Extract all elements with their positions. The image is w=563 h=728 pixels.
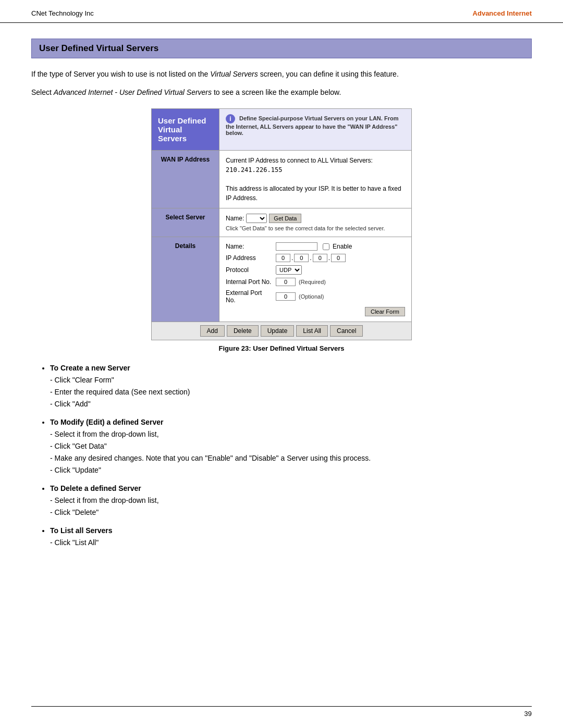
- list-step-1: - Click "List All": [50, 537, 532, 548]
- modify-step-3: - Make any desired changes. Note that yo…: [50, 453, 532, 464]
- create-step-1: - Click "Clear Form": [50, 375, 532, 386]
- protocol-label: Protocol: [226, 266, 273, 274]
- select-server-content: Name: Get Data Click "Get Data" to see t…: [219, 208, 412, 237]
- action-row: Add Delete Update List All Cancel: [152, 322, 412, 340]
- cancel-button[interactable]: Cancel: [330, 325, 363, 337]
- wan-ip-content: Current IP Address to connect to ALL Vir…: [219, 151, 412, 208]
- list-item-create: To Create a new Server - Click "Clear Fo…: [50, 363, 532, 410]
- server-name-select[interactable]: [246, 214, 267, 223]
- section-name: Advanced Internet: [473, 9, 532, 17]
- select-server-label: Select Server: [152, 208, 219, 237]
- delete-step-2: - Click "Delete": [50, 507, 532, 518]
- ui-header-left: User Defined Virtual Servers: [152, 109, 219, 151]
- name-label: Name:: [226, 215, 244, 222]
- page-number: 39: [524, 710, 532, 718]
- list-item-list: To List all Servers - Click "List All": [50, 525, 532, 548]
- page-footer: 39: [31, 706, 532, 718]
- body-paragraph-2: Select Advanced Internet - User Defined …: [31, 87, 532, 98]
- ui-header-row: User Defined Virtual Servers iDefine Spe…: [152, 109, 412, 151]
- details-name-input[interactable]: [276, 242, 317, 251]
- create-title: To Create a new Server: [50, 364, 130, 372]
- clear-form-button[interactable]: Clear Form: [365, 307, 405, 316]
- details-label: Details: [152, 237, 219, 322]
- body-paragraph-1: If the type of Server you wish to use is…: [31, 69, 532, 80]
- modify-title: To Modify (Edit) a defined Server: [50, 418, 164, 426]
- list-item-delete: To Delete a defined Server - Select it f…: [50, 483, 532, 518]
- ip-octet-1[interactable]: [276, 254, 290, 262]
- info-icon: i: [226, 114, 235, 124]
- wan-ip-label: WAN IP Address: [152, 151, 219, 208]
- section-title: User Defined Virtual Servers: [31, 39, 532, 58]
- list-item-modify: To Modify (Edit) a defined Server - Sele…: [50, 417, 532, 476]
- external-port-label: External Port No.: [226, 289, 273, 304]
- figure-container: User Defined Virtual Servers iDefine Spe…: [31, 108, 532, 352]
- enable-label: Enable: [333, 243, 352, 250]
- ui-table: User Defined Virtual Servers iDefine Spe…: [151, 108, 412, 340]
- required-text: (Required): [299, 279, 326, 285]
- delete-button[interactable]: Delete: [227, 325, 259, 337]
- external-port-input[interactable]: [276, 292, 296, 301]
- ui-header-right: iDefine Special-purpose Virtual Servers …: [219, 109, 412, 151]
- create-step-2: - Enter the required data (See next sect…: [50, 387, 532, 398]
- wan-ip-row: WAN IP Address Current IP Address to con…: [152, 151, 412, 208]
- ip-address-label: IP Address: [226, 254, 273, 262]
- enable-checkbox[interactable]: [323, 243, 329, 250]
- details-row: Details Name: Enable IP Address: [152, 237, 412, 322]
- action-buttons-row: Add Delete Update List All Cancel: [152, 322, 411, 340]
- ip-address: 210.241.226.155: [226, 166, 282, 174]
- list-title: To List all Servers: [50, 526, 113, 535]
- modify-step-1: - Select it from the drop-down list,: [50, 429, 532, 440]
- details-name-label: Name:: [226, 243, 273, 250]
- details-content: Name: Enable IP Address .: [219, 237, 412, 322]
- list-all-button[interactable]: List All: [296, 325, 328, 337]
- figure-caption: Figure 23: User Defined Virtual Servers: [218, 344, 344, 352]
- internal-port-input[interactable]: [276, 278, 296, 286]
- optional-text: (Optional): [299, 293, 324, 300]
- add-button[interactable]: Add: [200, 325, 225, 337]
- modify-step-4: - Click "Update": [50, 465, 532, 476]
- select-server-row: Select Server Name: Get Data Click "Get …: [152, 208, 412, 237]
- modify-step-2: - Click "Get Data": [50, 441, 532, 452]
- page-header: CNet Technology Inc Advanced Internet: [0, 0, 563, 23]
- delete-title: To Delete a defined Server: [50, 484, 141, 492]
- instructions-list: To Create a new Server - Click "Clear Fo…: [31, 363, 532, 548]
- update-button[interactable]: Update: [261, 325, 295, 337]
- company-name: CNet Technology Inc: [31, 9, 94, 17]
- delete-step-1: - Select it from the drop-down list,: [50, 495, 532, 506]
- protocol-select[interactable]: UDP TCP: [276, 265, 302, 275]
- ip-octet-2[interactable]: [294, 254, 309, 262]
- main-content: User Defined Virtual Servers If the type…: [0, 23, 563, 587]
- ip-octet-3[interactable]: [313, 254, 327, 262]
- internal-port-label: Internal Port No.: [226, 278, 273, 286]
- select-hint: Click "Get Data" to see the correct data…: [226, 225, 405, 231]
- ip-octet-4[interactable]: [331, 254, 346, 262]
- create-step-3: - Click "Add": [50, 399, 532, 410]
- get-data-button[interactable]: Get Data: [269, 214, 301, 223]
